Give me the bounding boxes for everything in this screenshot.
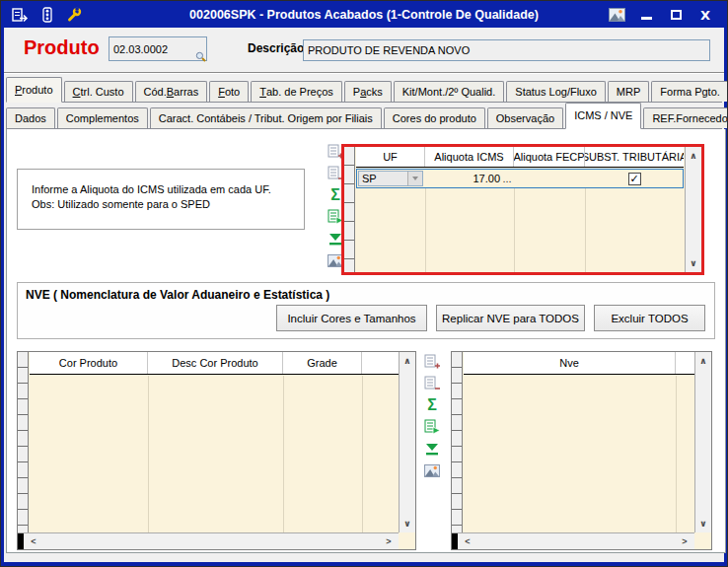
scroll-right-icon[interactable]: > [677, 533, 692, 549]
tab-dados[interactable]: Dados [6, 107, 55, 128]
colors-grid-hscrollbar[interactable]: < > [18, 532, 399, 549]
tab-packs[interactable]: Packs [344, 81, 392, 102]
column-header-grade[interactable]: Grade [283, 352, 362, 374]
tab-label: roduto [22, 84, 52, 96]
scroll-up-icon[interactable]: ∧ [695, 353, 711, 369]
column-header-desc-cor-produto[interactable]: Desc Cor Produto [148, 352, 283, 374]
replicar-nve-button[interactable]: Replicar NVE para TODOS [436, 305, 585, 331]
tab-icms-nve[interactable]: ICMS / NVE [565, 103, 641, 129]
column-header-cor-produto[interactable]: Cor Produto [30, 352, 148, 374]
scroll-up-icon[interactable]: ∧ [686, 148, 701, 164]
tab-status-log-fluxo[interactable]: Status Log/Fluxo [506, 81, 606, 102]
tab-label: Complementos [66, 112, 139, 124]
aliquota-fecp-cell[interactable] [514, 169, 585, 188]
column-separator [676, 376, 677, 532]
aliquota-icms-value: 17.00 [425, 173, 500, 184]
column-header-nve[interactable]: Nve [464, 352, 676, 374]
image-tool-icon[interactable] [608, 7, 625, 23]
tab-ref-fornecedor[interactable]: REF.Fornecedor [643, 107, 728, 128]
description-field[interactable]: PRODUTO DE REVENDA NOVO [303, 39, 710, 61]
description-label: Descrição [248, 41, 304, 55]
tab-label: cks [366, 86, 383, 98]
tab-cores-do-produto[interactable]: Cores do produto [384, 107, 485, 128]
export-down-icon[interactable] [424, 441, 440, 457]
combo-dropdown-button[interactable] [407, 172, 422, 185]
column-header-subst-tributaria[interactable]: SUBST. TRIBUTÁRIA [585, 147, 684, 167]
column-header-extra[interactable] [676, 352, 695, 374]
scroll-down-icon[interactable]: ∨ [695, 516, 711, 532]
image-icon[interactable] [424, 462, 440, 478]
colors-grid-header: Cor Produto Desc Cor Produto Grade [30, 352, 399, 375]
nve-grid-vscrollbar[interactable]: ∧ ∨ [694, 352, 711, 532]
minimize-button[interactable] [637, 7, 655, 23]
scroll-down-icon[interactable]: ∨ [400, 516, 415, 532]
tab-c-d-barras[interactable]: Cód. Barras [135, 81, 208, 102]
grid-sizer[interactable] [18, 533, 24, 549]
scroll-left-icon[interactable]: < [26, 533, 41, 549]
exit-icon[interactable] [12, 7, 30, 23]
close-button[interactable]: X [696, 7, 714, 23]
column-separator [148, 376, 149, 532]
maximize-button[interactable] [667, 7, 685, 23]
nve-grid-hscrollbar[interactable]: < > [452, 532, 694, 549]
column-separator [585, 188, 586, 272]
tab-content-pane: Informe a Aliquota do ICMS utilizada em … [6, 129, 726, 553]
tab-label: P [353, 86, 360, 98]
icms-grid-header: UF Aliquota ICMS Aliquota FECP SUBST. TR… [356, 147, 684, 168]
tab-produto[interactable]: Produto [6, 77, 62, 103]
tab-label: Status Log/Fluxo [515, 86, 597, 98]
nve-grid-toolbar: Σ [423, 354, 441, 478]
scroll-left-icon[interactable]: < [460, 533, 475, 549]
grid-sizer[interactable] [452, 533, 458, 549]
scroll-right-icon[interactable]: > [381, 533, 397, 549]
nve-grid-header: Nve [464, 352, 695, 375]
tab-label: trl. Custo [81, 86, 124, 98]
icms-grid-row-sp[interactable]: SP 17.00 ... ✓ [356, 169, 684, 188]
column-header-aliquota-fecp[interactable]: Aliquota FECP [514, 147, 585, 167]
subst-tributaria-cell[interactable]: ✓ [585, 169, 684, 188]
wrench-icon[interactable] [65, 7, 83, 23]
tab-forma-pgto[interactable]: Forma Pgto. [651, 81, 728, 102]
column-header-aliquota-icms[interactable]: Aliquota ICMS [425, 147, 514, 167]
tab-label: P [15, 84, 22, 96]
column-header-uf[interactable]: UF [356, 147, 425, 167]
tab-complementos[interactable]: Complementos [57, 107, 148, 128]
record-header: Produto 02.03.0002 Descrição PRODUTO DE … [4, 28, 724, 73]
ellipsis-button[interactable]: ... [500, 173, 514, 184]
product-code-field[interactable]: 02.03.0002 [109, 36, 207, 61]
nve-groupbox: NVE ( Nomenclatura de Valor Aduaneiro e … [17, 282, 715, 339]
tab-caract-cont-beis-tribut-origem-por-filiais[interactable]: Caract. Contábeis / Tribut. Origem por F… [150, 107, 382, 128]
icms-info-line2: Obs: Utilizado somente para o SPED [32, 197, 304, 212]
scroll-up-icon[interactable]: ∧ [400, 353, 415, 369]
tab-kit-mont-2-qualid[interactable]: Kit/Mont./2º Qualid. [394, 81, 505, 102]
magnifier-icon[interactable] [195, 51, 206, 64]
tab-label: MRP [617, 86, 640, 98]
tab-observa-o[interactable]: Observação [487, 107, 563, 128]
tab-foto[interactable]: Foto [209, 81, 249, 102]
tab-tab-de-pre-os[interactable]: Tab. de Preços [251, 81, 342, 102]
window-body: Produto 02.03.0002 Descrição PRODUTO DE … [4, 28, 724, 562]
column-header-extra[interactable] [362, 352, 399, 374]
traffic-light-icon[interactable] [38, 7, 56, 23]
add-row-icon[interactable] [424, 354, 440, 370]
close-icon: X [700, 8, 710, 23]
incluir-cores-tamanhos-button[interactable]: Incluir Cores e Tamanhos [276, 305, 427, 331]
post-records-icon[interactable] [424, 419, 440, 435]
uf-combobox[interactable]: SP [358, 171, 423, 186]
tab-label: REF.Fornecedor [652, 112, 728, 124]
aliquota-icms-cell[interactable]: 17.00 ... [425, 169, 514, 188]
icms-grid-vscrollbar[interactable]: ∧ ∨ [685, 147, 701, 272]
tab-ctrl-custo[interactable]: Ctrl. Custo [64, 81, 133, 102]
scroll-down-icon[interactable]: ∨ [686, 255, 701, 271]
subst-tributaria-checkbox[interactable]: ✓ [628, 173, 641, 185]
colors-grid: Cor Produto Desc Cor Produto Grade ∧ ∨ <… [17, 351, 416, 550]
secondary-tabstrip: DadosComplementosCaract. Contábeis / Tri… [6, 103, 722, 129]
delete-row-icon[interactable] [424, 376, 440, 391]
tab-label: ICMS / NVE [574, 109, 632, 121]
uf-cell[interactable]: SP [356, 169, 425, 188]
sum-icon[interactable]: Σ [424, 397, 440, 413]
excluir-todos-button[interactable]: Excluir TODOS [594, 305, 705, 331]
tab-mrp[interactable]: MRP [608, 81, 649, 102]
colors-grid-vscrollbar[interactable]: ∧ ∨ [399, 352, 415, 532]
tab-label: Forma Pgto. [660, 86, 720, 98]
